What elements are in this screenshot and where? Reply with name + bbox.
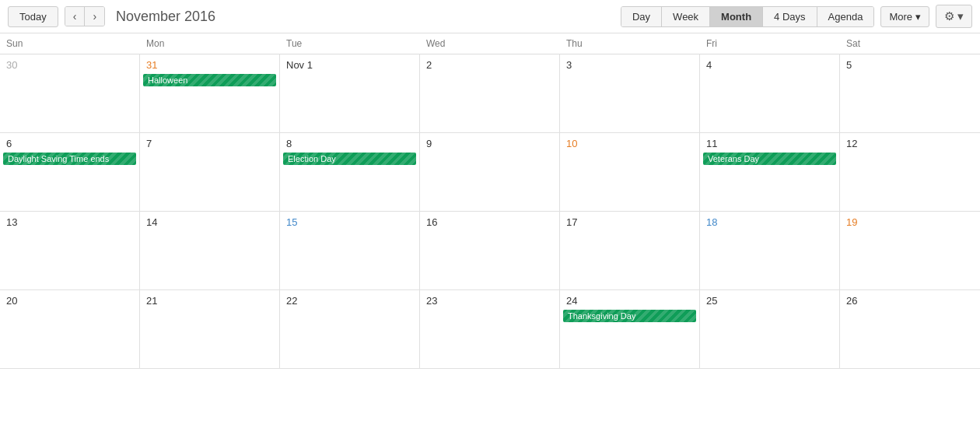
cell-nov-8[interactable]: 8 Election Day [280,133,420,211]
day-header-fri: Fri [700,33,840,54]
view-month-button[interactable]: Month [710,7,763,26]
more-chevron-icon: ▾ [915,11,921,23]
more-button[interactable]: More ▾ [880,6,929,27]
day-number: 25 [703,293,720,308]
day-number: 11 [703,136,720,151]
cell-oct-31[interactable]: 31 Halloween [140,54,280,132]
month-title: November 2016 [116,9,614,25]
calendar-week-4: 20 21 22 23 24 Thanksgiving Day 25 26 [0,290,980,369]
calendar-week-1: 30 31 Halloween Nov 1 2 3 4 5 [0,54,980,133]
day-headers: Sun Mon Tue Wed Thu Fri Sat [0,33,980,54]
today-button[interactable]: Today [8,6,58,27]
day-number: 30 [3,58,20,72]
event-election[interactable]: Election Day [283,153,416,165]
settings-chevron-icon: ▾ [957,9,964,23]
cell-nov-19[interactable]: 19 [840,212,980,289]
day-number: 3 [563,58,575,72]
day-header-sat: Sat [840,33,980,54]
more-label: More [889,11,912,23]
cell-nov-17[interactable]: 17 [560,212,700,289]
cell-nov-12[interactable]: 12 [840,133,980,211]
settings-button[interactable]: ⚙ ▾ [936,5,972,28]
calendar-header: Today ‹ › November 2016 Day Week Month 4… [0,0,980,33]
day-number: 14 [143,215,160,230]
cell-nov-24[interactable]: 24 Thanksgiving Day [560,290,700,368]
calendar-week-2: 6 Daylight Saving Time ends 7 8 Election… [0,133,980,212]
prev-button[interactable]: ‹ [65,7,86,26]
day-number: 4 [703,58,715,72]
nav-buttons: ‹ › [65,6,105,26]
day-number: Nov 1 [283,58,316,72]
cell-nov-23[interactable]: 23 [420,290,560,368]
day-number: 20 [3,293,20,308]
event-label: Thanksgiving Day [568,311,635,321]
cell-nov-25[interactable]: 25 [700,290,840,368]
day-number: 21 [143,293,160,308]
day-number: 23 [423,293,440,308]
view-4days-button[interactable]: 4 Days [763,7,817,26]
day-number: 26 [843,293,860,308]
cell-nov-9[interactable]: 9 [420,133,560,211]
cell-nov-5[interactable]: 5 [840,54,980,132]
day-number: 6 [3,136,15,151]
cell-nov-21[interactable]: 21 [140,290,280,368]
day-number: 15 [283,215,300,230]
cell-nov-11[interactable]: 11 Veterans Day [700,133,840,211]
cell-nov-26[interactable]: 26 [840,290,980,368]
gear-icon: ⚙ [944,9,954,23]
next-button[interactable]: › [85,7,104,26]
event-dst[interactable]: Daylight Saving Time ends [3,153,136,165]
event-label: Halloween [148,75,187,85]
day-number: 19 [843,215,860,230]
view-day-button[interactable]: Day [621,7,662,26]
day-number: 18 [703,215,720,230]
day-header-sun: Sun [0,33,140,54]
cell-nov-7[interactable]: 7 [140,133,280,211]
cell-nov-3[interactable]: 3 [560,54,700,132]
cell-nov-22[interactable]: 22 [280,290,420,368]
day-number: 10 [563,136,580,151]
event-label: Election Day [288,154,336,163]
cell-nov-16[interactable]: 16 [420,212,560,289]
cell-nov-4[interactable]: 4 [700,54,840,132]
day-number: 7 [143,136,155,151]
cell-nov-13[interactable]: 13 [0,212,140,289]
day-number: 12 [843,136,860,151]
calendar-grid: 30 31 Halloween Nov 1 2 3 4 5 6 Daylight [0,54,980,369]
day-number: 8 [283,136,295,151]
event-label: Veterans Day [708,154,759,163]
event-halloween[interactable]: Halloween [143,74,276,86]
cell-nov-1[interactable]: Nov 1 [280,54,420,132]
day-number: 5 [843,58,855,72]
cell-nov-2[interactable]: 2 [420,54,560,132]
cell-oct-30[interactable]: 30 [0,54,140,132]
cell-nov-6[interactable]: 6 Daylight Saving Time ends [0,133,140,211]
view-buttons: Day Week Month 4 Days Agenda [621,6,874,27]
cell-nov-10[interactable]: 10 [560,133,700,211]
event-thanksgiving[interactable]: Thanksgiving Day [563,310,696,322]
day-number: 9 [423,136,435,151]
event-veterans[interactable]: Veterans Day [703,153,836,165]
calendar-week-3: 13 14 15 16 17 18 19 [0,212,980,290]
day-header-tue: Tue [280,33,420,54]
day-number: 17 [563,215,580,230]
day-number: 2 [423,58,435,72]
cell-nov-14[interactable]: 14 [140,212,280,289]
day-number: 22 [283,293,300,308]
cell-nov-18[interactable]: 18 [700,212,840,289]
cell-nov-15[interactable]: 15 [280,212,420,289]
cell-nov-20[interactable]: 20 [0,290,140,368]
day-header-mon: Mon [140,33,280,54]
event-label: Daylight Saving Time ends [8,154,109,163]
view-week-button[interactable]: Week [662,7,710,26]
day-number: 24 [563,293,580,308]
view-agenda-button[interactable]: Agenda [817,7,874,26]
day-number: 31 [143,58,160,72]
day-number: 16 [423,215,440,230]
day-number: 13 [3,215,20,230]
day-header-wed: Wed [420,33,560,54]
day-header-thu: Thu [560,33,700,54]
